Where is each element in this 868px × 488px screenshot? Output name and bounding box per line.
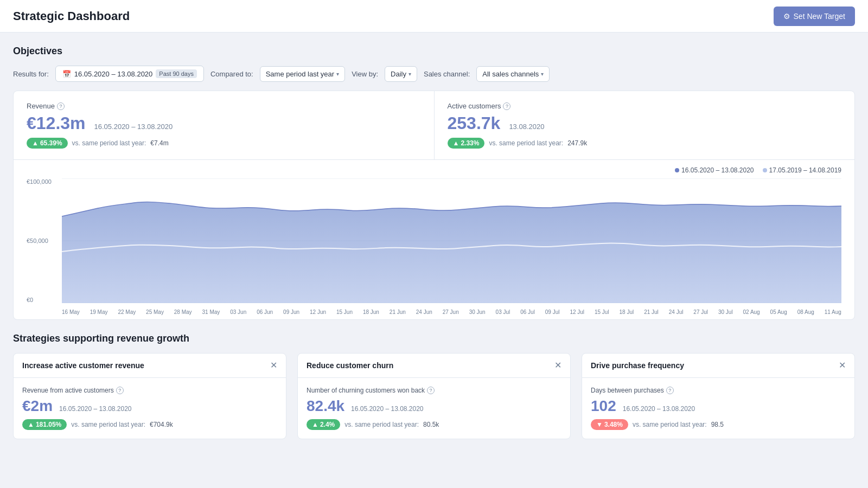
x-label-7: 06 Jun (257, 309, 273, 315)
strategy-card-1-badge: ▲ 2.4% (307, 419, 340, 430)
x-label-25: 30 Jul (718, 309, 733, 315)
strategy-card-0-value: €2m (22, 397, 53, 415)
x-label-12: 21 Jun (390, 309, 406, 315)
y-label-0: €0 (27, 297, 59, 303)
x-label-9: 12 Jun (310, 309, 326, 315)
sales-channel-select[interactable]: All sales channels ▾ (476, 66, 550, 82)
strategy-card-1-title: Reduce customer churn (307, 361, 393, 370)
strategy-card-0-date: 16.05.2020 – 13.08.2020 (59, 405, 131, 413)
past-days-badge: Past 90 days (156, 69, 197, 78)
strategy-card-2-vs-text: vs. same period last year: (633, 421, 707, 428)
strategy-card-2-date: 16.05.2020 – 13.08.2020 (623, 405, 695, 413)
x-label-16: 03 Jul (496, 309, 510, 315)
legend-previous-label: 17.05.2019 – 14.08.2019 (769, 166, 841, 174)
x-label-19: 12 Jul (570, 309, 584, 315)
strategy-card-0: Increase active customer revenue ✕ Reven… (13, 353, 286, 439)
calendar-icon: 📅 (62, 70, 71, 78)
arrow-up-icon: ▲ (32, 139, 39, 147)
x-label-3: 25 May (146, 309, 164, 315)
legend-previous: 17.05.2019 – 14.08.2019 (763, 166, 841, 174)
strategy-1-info-icon[interactable]: ? (427, 387, 435, 394)
chart-svg (62, 178, 841, 303)
active-customers-info-icon[interactable]: ? (503, 102, 510, 110)
chart-wrapper: €100,000 €50,000 €0 (27, 178, 841, 319)
strategy-card-1-close-button[interactable]: ✕ (554, 361, 561, 370)
metrics-card: Revenue ? €12.3m 16.05.2020 – 13.08.2020… (13, 91, 855, 320)
active-customers-badge-value: 2.33% (461, 139, 479, 147)
date-range-control: 📅 16.05.2020 – 13.08.2020 Past 90 days (55, 66, 204, 82)
revenue-vs-text: vs. same period last year: (72, 139, 146, 147)
strategy-card-0-close-button[interactable]: ✕ (270, 361, 277, 370)
strategy-card-0-body: Revenue from active customers ? €2m 16.0… (14, 378, 286, 439)
chart-legend: 16.05.2020 – 13.08.2020 17.05.2019 – 14.… (27, 166, 841, 174)
strategy-card-2-comparison: ▼ 3.48% vs. same period last year: 98.5 (591, 419, 846, 430)
revenue-badge: ▲ 65.39% (27, 138, 68, 149)
chart-container: 16.05.2020 – 13.08.2020 17.05.2019 – 14.… (14, 160, 854, 319)
date-range-button[interactable]: 📅 16.05.2020 – 13.08.2020 Past 90 days (55, 66, 204, 82)
date-range-value: 16.05.2020 – 13.08.2020 (74, 70, 153, 78)
compared-to-select[interactable]: Same period last year ▾ (260, 66, 345, 82)
y-label-100k: €100,000 (27, 178, 59, 185)
strategies-section: Strategies supporting revenue growth Inc… (13, 333, 855, 439)
strategy-card-1-comparison: ▲ 2.4% vs. same period last year: 80.5k (307, 419, 561, 430)
set-target-button[interactable]: ⚙ Set New Target (774, 7, 855, 26)
revenue-date: 16.05.2020 – 13.08.2020 (94, 123, 173, 131)
active-customers-badge: ▲ 2.33% (448, 138, 485, 149)
strategy-card-2-close-button[interactable]: ✕ (839, 361, 846, 370)
compared-to-label: Compared to: (210, 70, 253, 78)
strategy-card-1-badge-value: 2.4% (320, 421, 335, 428)
x-label-27: 05 Aug (770, 309, 787, 315)
revenue-vs-value: €7.4m (150, 139, 168, 147)
revenue-title: Revenue ? (27, 102, 421, 110)
revenue-info-icon[interactable]: ? (57, 102, 65, 110)
main-content: Objectives Results for: 📅 16.05.2020 – 1… (0, 33, 868, 452)
results-for-label: Results for: (13, 70, 49, 78)
chevron-down-icon-3: ▾ (541, 71, 544, 77)
strategy-card-0-badge-value: 181.05% (36, 421, 61, 428)
x-label-13: 24 Jun (416, 309, 432, 315)
arrow-up-icon-4: ▲ (312, 421, 318, 428)
revenue-panel: Revenue ? €12.3m 16.05.2020 – 13.08.2020… (14, 91, 435, 159)
x-label-1: 19 May (90, 309, 108, 315)
compared-to-value: Same period last year (266, 70, 334, 78)
x-label-28: 08 Aug (797, 309, 814, 315)
view-by-value: Daily (391, 70, 406, 78)
revenue-value: €12.3m (27, 113, 86, 133)
sales-channel-label: Sales channel: (424, 70, 470, 78)
x-label-2: 22 May (118, 309, 136, 315)
strategy-0-info-icon[interactable]: ? (116, 387, 124, 394)
strategy-card-2-badge: ▼ 3.48% (591, 419, 628, 430)
strategy-card-0-title: Increase active customer revenue (22, 361, 144, 370)
active-customers-comparison: ▲ 2.33% vs. same period last year: 247.9… (448, 138, 842, 149)
strategy-card-2-badge-value: 3.48% (604, 421, 623, 428)
x-label-10: 15 Jun (336, 309, 353, 315)
legend-current: 16.05.2020 – 13.08.2020 (675, 166, 754, 174)
chart-y-labels: €100,000 €50,000 €0 (27, 178, 59, 303)
arrow-up-icon-3: ▲ (28, 421, 34, 428)
arrow-up-icon-2: ▲ (453, 139, 459, 147)
revenue-badge-value: 65.39% (40, 139, 62, 147)
gear-icon: ⚙ (783, 12, 790, 21)
x-label-0: 16 May (62, 309, 80, 315)
y-label-50k: €50,000 (27, 237, 59, 244)
metrics-row: Revenue ? €12.3m 16.05.2020 – 13.08.2020… (14, 91, 854, 160)
active-customers-title: Active customers ? (448, 102, 842, 110)
strategy-card-1-value: 82.4k (307, 397, 344, 415)
revenue-comparison: ▲ 65.39% vs. same period last year: €7.4… (27, 138, 421, 149)
chart-x-labels: 16 May 19 May 22 May 25 May 28 May 31 Ma… (62, 304, 841, 319)
strategy-card-2-value: 102 (591, 397, 616, 415)
x-label-17: 06 Jul (520, 309, 535, 315)
strategy-card-0-header: Increase active customer revenue ✕ (14, 354, 286, 378)
strategy-card-1-metric-label: Number of churning customers won back ? (307, 387, 561, 394)
strategy-card-1-date: 16.05.2020 – 13.08.2020 (351, 405, 423, 413)
strategy-card-2-vs-value: 98.5 (711, 421, 724, 428)
strategies-title: Strategies supporting revenue growth (13, 333, 855, 344)
active-customers-vs-value: 247.9k (567, 139, 587, 147)
view-by-select[interactable]: Daily ▾ (385, 66, 417, 82)
active-customers-date: 13.08.2020 (509, 123, 544, 131)
strategy-card-2-header: Drive purchase frequency ✕ (582, 354, 854, 378)
strategy-cards: Increase active customer revenue ✕ Reven… (13, 353, 855, 439)
x-label-22: 21 Jul (644, 309, 659, 315)
strategy-card-0-metric-label: Revenue from active customers ? (22, 387, 277, 394)
strategy-2-info-icon[interactable]: ? (666, 387, 674, 394)
